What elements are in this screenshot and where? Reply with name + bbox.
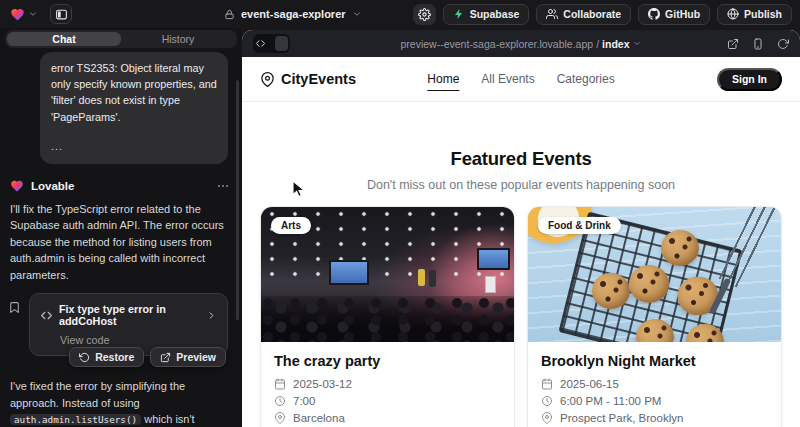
event-image-conference: Arts [261, 207, 514, 342]
refresh-icon[interactable] [777, 38, 789, 50]
chevron-down-icon [28, 9, 38, 19]
event-card-body: Brooklyn Night Market 2025-06-15 6:00 PM… [528, 342, 781, 427]
preview-url-separator: / [596, 38, 599, 50]
preview-tools [727, 38, 789, 50]
decor [418, 269, 425, 286]
event-cards: Arts The crazy party 2025-03-12 [242, 192, 800, 427]
user-message-bubble: error TS2353: Object literal may only sp… [40, 52, 228, 164]
assistant-intro-text: I'll fix the TypeScript error related to… [10, 201, 228, 284]
sign-in-button[interactable]: Sign In [717, 68, 782, 91]
section-title: Featured Events [242, 148, 800, 170]
chat-scrollbar[interactable] [236, 80, 239, 320]
decor [429, 270, 436, 287]
clock-icon [541, 395, 553, 407]
category-badge: Food & Drink [538, 217, 621, 234]
project-name: event-saga-explorer [241, 8, 346, 20]
summary-part1: I've fixed the error by simplifying the … [10, 380, 185, 409]
event-date-row: 2025-03-12 [274, 378, 501, 390]
decor [477, 248, 510, 270]
chevron-down-icon [352, 9, 362, 19]
app-header: CityEvents Home All Events Categories Si… [242, 57, 800, 102]
code-view-toggle[interactable] [253, 34, 290, 53]
decor [329, 260, 369, 285]
publish-label: Publish [744, 8, 782, 20]
preview-toolbar: preview--event-saga-explorer.lovable.app… [242, 30, 800, 57]
clock-icon [274, 395, 286, 407]
preview-label: Preview [176, 351, 216, 363]
preview-url-host: preview--event-saga-explorer.lovable.app [401, 38, 594, 50]
map-pin-icon [541, 412, 553, 424]
nav-all-events[interactable]: All Events [481, 72, 534, 86]
topbar-actions: Supabase Collaborate GitHub Publish [413, 4, 792, 25]
open-external-icon[interactable] [727, 38, 739, 50]
collaborate-label: Collaborate [563, 8, 621, 20]
inline-code: auth.admin.listUsers() [10, 414, 141, 425]
lock-icon [224, 9, 235, 20]
publish-button[interactable]: Publish [717, 4, 792, 25]
workspace-menu-button[interactable] [10, 7, 38, 22]
nav-home[interactable]: Home [427, 72, 459, 86]
event-location: Prospect Park, Brooklyn [560, 412, 683, 424]
preview-url-page: index [602, 38, 629, 50]
code-change-row: Fix type type error in addCoHost View co… [8, 293, 228, 356]
brand-name: CityEvents [281, 71, 356, 87]
chevron-right-icon [206, 310, 217, 321]
globe-icon [727, 8, 739, 20]
supabase-bolt-icon [453, 8, 465, 20]
message-actions: Restore Preview [69, 347, 226, 367]
calendar-icon [274, 378, 286, 390]
ellipsis-icon [216, 179, 230, 193]
typing-indicator: ... [51, 138, 217, 154]
restore-button[interactable]: Restore [69, 347, 144, 367]
github-label: GitHub [665, 8, 700, 20]
mobile-view-icon[interactable] [752, 38, 764, 50]
project-menu-button[interactable]: event-saga-explorer [224, 0, 362, 28]
event-date-row: 2025-06-15 [541, 378, 768, 390]
event-card-arts[interactable]: Arts The crazy party 2025-03-12 [260, 206, 515, 427]
preview-button[interactable]: Preview [150, 347, 226, 367]
github-button[interactable]: GitHub [638, 4, 710, 25]
nav-categories[interactable]: Categories [557, 72, 615, 86]
preview-url-button[interactable]: preview--event-saga-explorer.lovable.app… [401, 38, 642, 50]
user-message-text: error TS2353: Object literal may only sp… [51, 60, 217, 125]
hero-section: Featured Events Don't miss out on these … [242, 148, 800, 192]
chevron-down-icon [632, 39, 641, 48]
github-icon [648, 8, 660, 20]
app-nav: Home All Events Categories [427, 72, 614, 86]
event-card-food-drink[interactable]: Food & Drink Brooklyn Night Market 2025-… [527, 206, 782, 427]
event-location-row: Barcelona [274, 412, 501, 424]
decor [629, 265, 669, 303]
app-brand[interactable]: CityEvents [260, 71, 356, 87]
decor [661, 230, 699, 266]
collaborate-button[interactable]: Collaborate [536, 4, 631, 25]
toggle-knob [275, 36, 288, 51]
supabase-label: Supabase [470, 8, 520, 20]
external-link-icon [160, 352, 171, 363]
supabase-button[interactable]: Supabase [443, 4, 530, 25]
message-menu-button[interactable] [216, 179, 230, 193]
preview-panel: preview--event-saga-explorer.lovable.app… [242, 30, 800, 427]
event-image-cookies: Food & Drink [528, 207, 781, 342]
toggle-sidebar-button[interactable] [50, 4, 72, 24]
section-subtitle: Don't miss out on these popular events h… [242, 178, 800, 192]
event-time-row: 7:00 [274, 395, 501, 407]
settings-button[interactable] [413, 4, 436, 25]
gear-icon [418, 8, 431, 21]
preview-app: CityEvents Home All Events Categories Si… [242, 57, 800, 427]
decor [485, 276, 496, 293]
chat-sidebar: Chat History error TS2353: Object litera… [0, 28, 242, 427]
event-time: 6:00 PM - 11:00 PM [560, 395, 661, 407]
users-icon [546, 8, 558, 20]
code-icon [255, 38, 266, 49]
lovable-logo-icon [10, 7, 25, 22]
tab-chat[interactable]: Chat [7, 32, 121, 46]
map-pin-icon [274, 412, 286, 424]
event-title: The crazy party [274, 353, 501, 369]
event-title: Brooklyn Night Market [541, 353, 768, 369]
event-time: 7:00 [293, 395, 315, 407]
code-icon [40, 309, 53, 322]
tab-history[interactable]: History [121, 32, 235, 46]
event-time-row: 6:00 PM - 11:00 PM [541, 395, 768, 407]
event-location: Barcelona [293, 412, 345, 424]
view-code-link[interactable]: View code [60, 334, 217, 346]
